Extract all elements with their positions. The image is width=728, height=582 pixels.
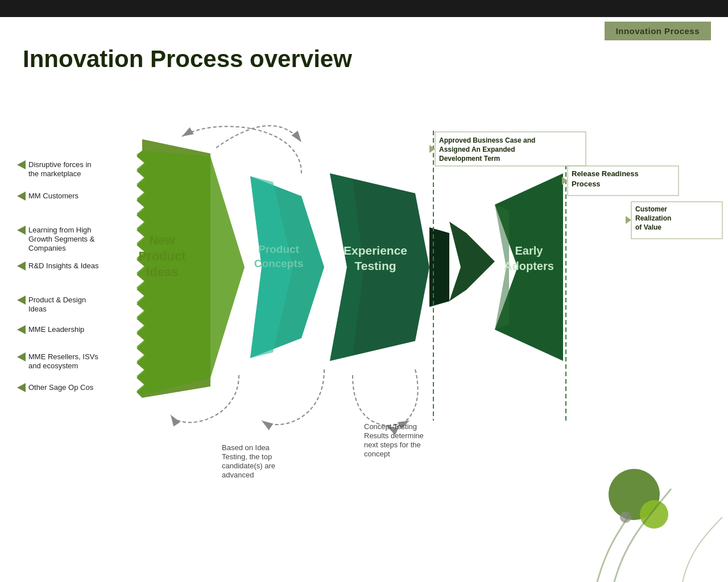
svg-text:Process: Process <box>572 180 601 188</box>
funnel-new-product <box>136 139 245 398</box>
svg-marker-11 <box>17 296 26 305</box>
page-title: Innovation Process overview <box>23 45 352 73</box>
svg-text:candidate(s) are: candidate(s) are <box>222 462 275 470</box>
svg-text:Growth Segments &: Growth Segments & <box>28 235 95 243</box>
svg-text:MME Resellers, ISVs: MME Resellers, ISVs <box>28 352 98 361</box>
top-bar <box>0 0 728 17</box>
svg-text:Development Term: Development Term <box>439 155 500 163</box>
svg-marker-19 <box>17 383 26 392</box>
svg-text:Other Sage Op Cos: Other Sage Op Cos <box>28 383 94 392</box>
innovation-badge: Innovation Process <box>605 22 711 40</box>
svg-text:Approved Business Case and: Approved Business Case and <box>439 136 535 144</box>
svg-point-54 <box>609 469 660 520</box>
svg-text:Companies: Companies <box>28 244 66 252</box>
svg-point-55 <box>640 500 668 529</box>
svg-text:R&D Insights & Ideas: R&D Insights & Ideas <box>28 261 99 270</box>
svg-marker-33 <box>429 145 435 153</box>
svg-text:Realization: Realization <box>635 214 671 222</box>
svg-text:Product &  Design: Product & Design <box>28 296 86 304</box>
svg-marker-9 <box>17 261 26 271</box>
svg-rect-37 <box>568 166 679 196</box>
svg-text:MM Customers: MM Customers <box>28 192 79 200</box>
svg-marker-5 <box>17 226 26 235</box>
svg-text:Ideas: Ideas <box>28 305 47 313</box>
svg-text:New: New <box>149 233 175 247</box>
svg-text:Testing: Testing <box>354 259 396 272</box>
funnel-early-adopters <box>449 173 563 361</box>
diagram-svg: Disruptive forces in the marketplace MM … <box>0 0 728 582</box>
svg-text:Release Readiness: Release Readiness <box>572 169 639 178</box>
svg-text:and ecosystem: and ecosystem <box>28 361 78 370</box>
svg-text:Ideas: Ideas <box>146 265 178 279</box>
funnel-experience-testing <box>330 173 429 361</box>
svg-text:Adopters: Adopters <box>504 260 554 272</box>
svg-text:MME Leadership: MME Leadership <box>28 325 84 334</box>
svg-text:Customer: Customer <box>635 205 667 213</box>
svg-rect-32 <box>435 132 586 166</box>
svg-text:Concept Testing: Concept Testing <box>364 422 417 431</box>
svg-text:the marketplace: the marketplace <box>28 169 81 178</box>
svg-marker-14 <box>17 325 26 334</box>
svg-text:Product: Product <box>258 243 299 255</box>
svg-text:Testing, the top: Testing, the top <box>222 452 272 461</box>
svg-text:of Value: of Value <box>635 223 661 231</box>
svg-marker-0 <box>17 160 26 169</box>
svg-text:Disruptive forces in: Disruptive forces in <box>28 160 92 169</box>
svg-text:next steps for the: next steps for the <box>364 440 421 449</box>
svg-text:Based on Idea: Based on Idea <box>222 443 270 452</box>
funnel-product-concepts <box>250 176 324 358</box>
svg-text:advanced: advanced <box>222 471 254 479</box>
svg-text:Learning from High: Learning from High <box>28 226 92 234</box>
badge-label: Innovation Process <box>616 26 700 36</box>
svg-text:concept: concept <box>364 450 390 458</box>
svg-text:Concepts: Concepts <box>254 257 304 269</box>
funnel-connector <box>429 227 449 307</box>
svg-marker-16 <box>17 352 26 361</box>
svg-point-56 <box>620 512 631 523</box>
svg-marker-42 <box>626 216 631 224</box>
svg-marker-38 <box>562 177 568 185</box>
svg-text:Product: Product <box>138 249 186 263</box>
svg-rect-41 <box>631 202 722 239</box>
svg-text:Early: Early <box>515 244 544 257</box>
svg-text:Experience: Experience <box>344 244 407 257</box>
svg-text:Results determine: Results determine <box>364 431 424 440</box>
svg-marker-3 <box>17 192 26 201</box>
svg-text:Assigned An Expanded: Assigned An Expanded <box>439 146 515 153</box>
